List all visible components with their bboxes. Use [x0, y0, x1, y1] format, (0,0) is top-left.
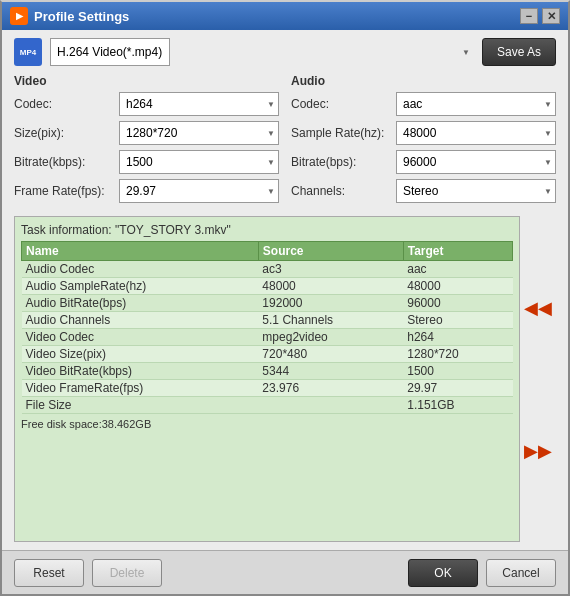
minimize-button[interactable]: −: [520, 8, 538, 24]
settings-row: Video Codec: h264 Size(pix): 1280*720: [14, 74, 556, 208]
profile-icon: MP4: [14, 38, 42, 66]
side-nav: ◀◀ ▶▶: [520, 216, 556, 542]
audio-channels-select-wrapper: Stereo: [396, 179, 556, 203]
table-cell: h264: [403, 329, 512, 346]
window-title: Profile Settings: [34, 9, 514, 24]
video-group: Video Codec: h264 Size(pix): 1280*720: [14, 74, 279, 208]
table-row: Video Size(pix)720*4801280*720: [22, 346, 513, 363]
video-codec-label: Codec:: [14, 97, 119, 111]
video-bitrate-select[interactable]: 1500: [119, 150, 279, 174]
cancel-button[interactable]: Cancel: [486, 559, 556, 587]
audio-samplerate-label: Sample Rate(hz):: [291, 126, 396, 140]
table-cell: Video Codec: [22, 329, 259, 346]
col-target: Target: [403, 242, 512, 261]
table-cell: 96000: [403, 295, 512, 312]
video-codec-select-wrapper: h264: [119, 92, 279, 116]
audio-bitrate-label: Bitrate(bps):: [291, 155, 396, 169]
table-cell: ac3: [258, 261, 403, 278]
audio-codec-select-wrapper: aac: [396, 92, 556, 116]
audio-group: Audio Codec: aac Sample Rate(hz): 48000: [291, 74, 556, 208]
video-size-select-wrapper: 1280*720: [119, 121, 279, 145]
audio-channels-label: Channels:: [291, 184, 396, 198]
info-panel: Task information: "TOY_STORY 3.mkv" Name…: [14, 216, 520, 542]
delete-button[interactable]: Delete: [92, 559, 162, 587]
audio-bitrate-select[interactable]: 96000: [396, 150, 556, 174]
task-info-table: Name Source Target Audio Codecac3aacAudi…: [21, 241, 513, 414]
table-cell: 29.97: [403, 380, 512, 397]
audio-bitrate-select-wrapper: 96000: [396, 150, 556, 174]
table-cell: 23.976: [258, 380, 403, 397]
video-size-select[interactable]: 1280*720: [119, 121, 279, 145]
video-framerate-select[interactable]: 29.97: [119, 179, 279, 203]
task-table-body: Audio Codecac3aacAudio SampleRate(hz)480…: [22, 261, 513, 414]
task-info-title: Task information: "TOY_STORY 3.mkv": [21, 223, 513, 237]
content-area: MP4 H.264 Video(*.mp4) Save As Video Cod…: [2, 30, 568, 550]
video-bitrate-row: Bitrate(kbps): 1500: [14, 150, 279, 174]
audio-codec-row: Codec: aac: [291, 92, 556, 116]
table-cell: 720*480: [258, 346, 403, 363]
table-cell: Video BitRate(kbps): [22, 363, 259, 380]
table-row: Video Codecmpeg2videoh264: [22, 329, 513, 346]
ok-button[interactable]: OK: [408, 559, 478, 587]
table-cell: Video FrameRate(fps): [22, 380, 259, 397]
video-size-row: Size(pix): 1280*720: [14, 121, 279, 145]
table-cell: Audio BitRate(bps): [22, 295, 259, 312]
table-cell: 5.1 Channels: [258, 312, 403, 329]
table-cell: 1.151GB: [403, 397, 512, 414]
profile-select-wrapper: H.264 Video(*.mp4): [50, 38, 474, 66]
video-group-label: Video: [14, 74, 279, 88]
video-codec-select[interactable]: h264: [119, 92, 279, 116]
table-cell: Audio Channels: [22, 312, 259, 329]
free-space: Free disk space:38.462GB: [21, 418, 513, 430]
table-cell: Audio SampleRate(hz): [22, 278, 259, 295]
table-row: Audio SampleRate(hz)4800048000: [22, 278, 513, 295]
audio-samplerate-row: Sample Rate(hz): 48000: [291, 121, 556, 145]
col-source: Source: [258, 242, 403, 261]
audio-codec-select[interactable]: aac: [396, 92, 556, 116]
table-row: Video BitRate(kbps)53441500: [22, 363, 513, 380]
audio-samplerate-select[interactable]: 48000: [396, 121, 556, 145]
col-name: Name: [22, 242, 259, 261]
table-cell: aac: [403, 261, 512, 278]
audio-codec-label: Codec:: [291, 97, 396, 111]
profile-select[interactable]: H.264 Video(*.mp4): [50, 38, 170, 66]
table-cell: [258, 397, 403, 414]
table-row: Audio Codecac3aac: [22, 261, 513, 278]
table-cell: mpeg2video: [258, 329, 403, 346]
info-area: Task information: "TOY_STORY 3.mkv" Name…: [14, 216, 556, 542]
title-bar: ▶ Profile Settings − ✕: [2, 2, 568, 30]
table-cell: 48000: [403, 278, 512, 295]
reset-button[interactable]: Reset: [14, 559, 84, 587]
table-header-row: Name Source Target: [22, 242, 513, 261]
video-bitrate-select-wrapper: 1500: [119, 150, 279, 174]
table-row: Audio Channels5.1 ChannelsStereo: [22, 312, 513, 329]
table-cell: 192000: [258, 295, 403, 312]
table-cell: 1500: [403, 363, 512, 380]
audio-bitrate-row: Bitrate(bps): 96000: [291, 150, 556, 174]
bottom-bar: Reset Delete OK Cancel: [2, 550, 568, 594]
table-cell: 1280*720: [403, 346, 512, 363]
bottom-left: Reset Delete: [14, 559, 162, 587]
bottom-right: OK Cancel: [408, 559, 556, 587]
save-as-button[interactable]: Save As: [482, 38, 556, 66]
main-window: ▶ Profile Settings − ✕ MP4 H.264 Video(*…: [0, 0, 570, 596]
audio-samplerate-select-wrapper: 48000: [396, 121, 556, 145]
close-button[interactable]: ✕: [542, 8, 560, 24]
video-codec-row: Codec: h264: [14, 92, 279, 116]
table-cell: Audio Codec: [22, 261, 259, 278]
next-button[interactable]: ▶▶: [524, 442, 552, 460]
video-framerate-label: Frame Rate(fps):: [14, 184, 119, 198]
prev-button[interactable]: ◀◀: [524, 299, 552, 317]
audio-channels-select[interactable]: Stereo: [396, 179, 556, 203]
audio-group-label: Audio: [291, 74, 556, 88]
top-bar: MP4 H.264 Video(*.mp4) Save As: [14, 38, 556, 66]
window-controls: − ✕: [520, 8, 560, 24]
video-bitrate-label: Bitrate(kbps):: [14, 155, 119, 169]
video-framerate-row: Frame Rate(fps): 29.97: [14, 179, 279, 203]
table-row: File Size1.151GB: [22, 397, 513, 414]
audio-channels-row: Channels: Stereo: [291, 179, 556, 203]
video-size-label: Size(pix):: [14, 126, 119, 140]
table-row: Video FrameRate(fps)23.97629.97: [22, 380, 513, 397]
table-cell: 5344: [258, 363, 403, 380]
video-framerate-select-wrapper: 29.97: [119, 179, 279, 203]
